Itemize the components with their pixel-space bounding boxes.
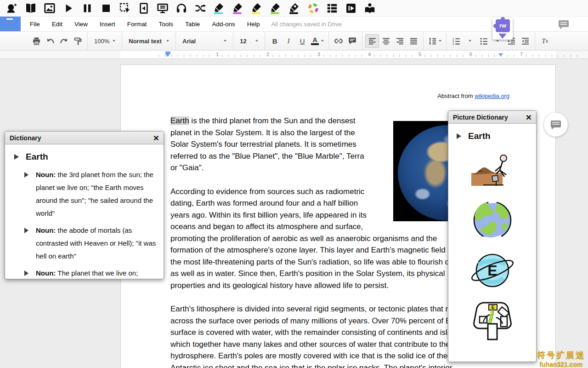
- close-icon[interactable]: ×: [526, 113, 531, 122]
- svg-text:3: 3: [452, 42, 454, 45]
- readwrite-toolbar: [0, 0, 588, 17]
- redo-button[interactable]: [57, 34, 71, 48]
- chevron-down-icon: [113, 40, 115, 42]
- earth-globe-image[interactable]: [469, 201, 516, 239]
- align-center-button[interactable]: [379, 34, 393, 48]
- vocabulary-list-icon[interactable]: [326, 2, 339, 15]
- menu-format[interactable]: Format: [121, 21, 153, 28]
- chevron-down-icon: [255, 40, 258, 42]
- menu-table[interactable]: Table: [179, 21, 206, 28]
- menu-insert[interactable]: Insert: [94, 21, 121, 28]
- earth-image[interactable]: [393, 121, 456, 221]
- ruler: 1 2 3 4 5 6 7: [0, 51, 588, 59]
- picture-results: E E: [448, 146, 536, 339]
- prediction-icon[interactable]: [6, 2, 18, 15]
- translator-icon[interactable]: [194, 2, 207, 15]
- justify-button[interactable]: [407, 34, 420, 48]
- line-spacing-button[interactable]: [426, 34, 443, 48]
- play-icon[interactable]: [62, 2, 75, 15]
- collect-highlights-icon[interactable]: [307, 2, 320, 15]
- panel-title: Dictionary: [10, 134, 153, 142]
- dictionary-panel: Dictionary × Earth Noun: the 3rd planet …: [5, 131, 164, 279]
- link-button[interactable]: [332, 34, 345, 48]
- rw-pointer: [498, 34, 507, 39]
- rw-puzzle-icon[interactable]: rw: [496, 19, 510, 32]
- dictionary-icon[interactable]: [24, 2, 37, 15]
- save-status: All changes saved in Drive: [271, 21, 341, 28]
- menu-addons[interactable]: Add-ons: [206, 21, 241, 28]
- comment-bubble-button[interactable]: [544, 113, 568, 137]
- right-indent-marker[interactable]: [498, 53, 503, 57]
- zoom-select[interactable]: 100%: [90, 34, 119, 48]
- picture-word-row: Earth: [457, 131, 536, 141]
- expand-arrow-icon[interactable]: [14, 154, 19, 160]
- styles-select[interactable]: Normal text: [125, 34, 173, 48]
- bold-button[interactable]: B: [268, 34, 282, 48]
- menu-help[interactable]: Help: [241, 21, 266, 28]
- expand-arrow-icon[interactable]: [24, 270, 28, 276]
- svg-text:E: E: [491, 305, 494, 310]
- planet-e-image[interactable]: E: [469, 252, 516, 289]
- screen-masking-icon[interactable]: [156, 2, 169, 15]
- expand-arrow-icon[interactable]: [24, 172, 28, 178]
- highlight-cyan-icon[interactable]: [213, 2, 226, 15]
- chevron-down-icon: [439, 40, 441, 42]
- highlight-green-icon[interactable]: [269, 2, 282, 15]
- picture-panel-titlebar[interactable]: Picture Dictionary ×: [448, 111, 536, 124]
- text-color-button[interactable]: A: [309, 34, 326, 48]
- menu-tools[interactable]: Tools: [153, 21, 180, 28]
- picture-word: Earth: [468, 131, 491, 141]
- menu-file[interactable]: File: [24, 21, 46, 28]
- ruler-number: 2: [265, 52, 271, 57]
- highlight-magenta-icon[interactable]: [232, 2, 244, 15]
- font-select[interactable]: Arial: [179, 34, 230, 48]
- close-icon[interactable]: ×: [153, 133, 159, 143]
- headphones-icon[interactable]: [175, 2, 188, 15]
- highlighted-word[interactable]: Earth: [170, 116, 189, 125]
- expand-arrow-icon[interactable]: [457, 133, 461, 139]
- expand-arrow-icon[interactable]: [24, 228, 28, 233]
- digging-soil-image[interactable]: [469, 151, 516, 189]
- screenshot-reader-icon[interactable]: [119, 2, 131, 15]
- insert-comment-button[interactable]: [345, 34, 359, 48]
- earth-wire-plug-image[interactable]: E: [469, 302, 516, 339]
- dictionary-panel-titlebar[interactable]: Dictionary ×: [5, 132, 164, 144]
- paint-format-button[interactable]: [71, 34, 85, 48]
- italic-button[interactable]: I: [282, 34, 295, 48]
- comments-icon[interactable]: [559, 20, 569, 27]
- undo-button[interactable]: [43, 34, 57, 48]
- comment-line: [560, 24, 567, 25]
- clear-formatting-button[interactable]: Tx: [538, 34, 552, 48]
- dictionary-word-row: Earth: [14, 152, 164, 162]
- audio-maker-icon[interactable]: [137, 2, 150, 15]
- docs-home-dash: [6, 18, 13, 20]
- increase-indent-button[interactable]: [518, 34, 532, 48]
- underline-button[interactable]: U: [295, 34, 309, 48]
- ruler-number: 3: [316, 52, 322, 57]
- rw-extension-anchor[interactable]: rw: [492, 17, 513, 40]
- menu-edit[interactable]: Edit: [46, 21, 68, 28]
- clear-highlights-icon[interactable]: [288, 2, 301, 15]
- document-workspace: Abstract from wikipedia.org Earth is the…: [0, 59, 588, 368]
- practice-reading-icon[interactable]: [363, 2, 376, 15]
- picture-dictionary-panel: Picture Dictionary × Earth: [448, 110, 537, 362]
- picture-dictionary-icon[interactable]: [43, 2, 56, 15]
- comment-line: [552, 124, 560, 125]
- align-right-button[interactable]: [393, 34, 407, 48]
- stop-icon[interactable]: [100, 2, 113, 15]
- watermark-url: fuhao321.com: [537, 361, 585, 368]
- text-line[interactable]: Antarctic ice sheet and the sea ice that…: [170, 362, 555, 368]
- font-size-select[interactable]: 12: [236, 34, 262, 48]
- ruler-number: 1: [214, 52, 220, 57]
- align-left-button[interactable]: [365, 34, 379, 48]
- numbered-list-button[interactable]: 123: [449, 34, 463, 48]
- bullet-list-button[interactable]: [477, 34, 491, 48]
- pause-icon[interactable]: [81, 2, 94, 15]
- highlight-yellow-icon[interactable]: [250, 2, 263, 15]
- wikipedia-link[interactable]: wikipedia.org: [475, 92, 509, 99]
- print-button[interactable]: [29, 34, 43, 48]
- menu-view[interactable]: View: [68, 21, 94, 28]
- numbered-list-options[interactable]: [463, 34, 477, 48]
- voice-note-icon[interactable]: [345, 2, 357, 15]
- docs-home-fragment[interactable]: [0, 17, 21, 31]
